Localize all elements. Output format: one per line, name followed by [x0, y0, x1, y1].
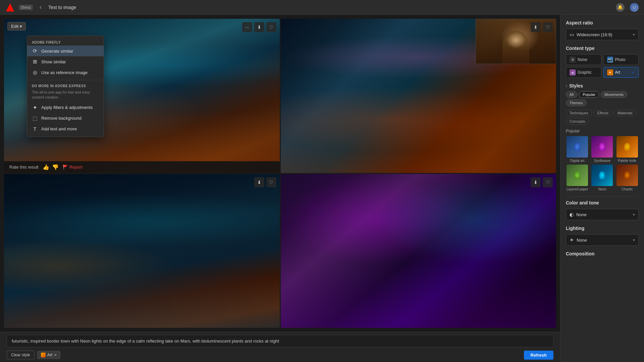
- layered-paper-label: Layered paper: [567, 187, 588, 191]
- report-button[interactable]: 🚩 Report: [63, 165, 83, 170]
- context-remove-background[interactable]: ⬚ Remove background: [27, 113, 104, 124]
- color-tone-dropdown[interactable]: ◐ None ▾: [566, 209, 639, 220]
- add-text-icon: T: [32, 126, 38, 132]
- style-tab-popular[interactable]: Popular: [579, 91, 599, 98]
- download-button[interactable]: ⬇: [254, 22, 264, 32]
- lighting-icon: ☀: [570, 237, 574, 243]
- context-generate-similar[interactable]: ⟳ Generate similar: [27, 46, 104, 56]
- thumbs-up-button[interactable]: 👍: [43, 164, 49, 170]
- styles-tabs: All Popular Movements Themes: [566, 91, 639, 106]
- content-type-photo[interactable]: 📷 Photo: [603, 54, 639, 65]
- image-actions-bottom-left: ⬇ ♡: [254, 177, 276, 187]
- topbar-icons: 🔔 U: [616, 3, 639, 12]
- chaotic-thumb: [616, 165, 638, 186]
- style-subtab-concepts[interactable]: Concepts: [566, 118, 589, 125]
- styles-header: › Styles: [566, 83, 639, 88]
- content-type-title: Content type: [566, 46, 639, 51]
- style-subtab-techniques[interactable]: Techniques: [566, 110, 592, 116]
- canvas-area: Edit ▾ ··· ⬇ ♡ Rate this result 👍 👎: [0, 15, 560, 362]
- content-type-graphic[interactable]: ◈ Graphic: [566, 67, 601, 78]
- user-avatar[interactable]: U: [630, 3, 639, 12]
- art-icon: ✦: [607, 69, 613, 75]
- adobe-logo: [5, 3, 15, 12]
- refresh-button[interactable]: Refresh: [524, 351, 553, 360]
- aspect-ratio-chevron: ▾: [633, 33, 635, 37]
- favorite-button-br[interactable]: ♡: [543, 177, 553, 187]
- context-express-label: DO MORE IN ADOBE EXPRESS: [27, 82, 104, 89]
- art-selected-check: ✓: [632, 70, 635, 75]
- palette-knife-thumb: [616, 136, 638, 158]
- favorite-button[interactable]: ♡: [266, 22, 276, 32]
- style-subtab-effects[interactable]: Effects: [594, 110, 612, 116]
- chaotic-label: Chaotic: [622, 187, 633, 191]
- style-subtab-materials[interactable]: Materials: [614, 110, 636, 116]
- download-button-tr[interactable]: ⬇: [531, 22, 541, 32]
- thumbs-down-button[interactable]: 👎: [52, 164, 59, 170]
- content-type-art[interactable]: ✦ Art ✓: [603, 67, 639, 78]
- digital-art-label: Digital art: [570, 159, 584, 163]
- style-item-palette-knife[interactable]: Palette knife: [616, 136, 639, 163]
- image-cell-top-right[interactable]: ⬇ ♡: [281, 19, 556, 173]
- more-options-button[interactable]: ···: [242, 22, 252, 32]
- download-button-br[interactable]: ⬇: [531, 177, 541, 187]
- notifications-icon[interactable]: 🔔: [616, 3, 625, 12]
- context-adobe-firefly-label: ADOBE FIREFLY: [27, 39, 104, 46]
- style-tab-themes[interactable]: Themes: [566, 100, 587, 106]
- prompt-actions: Clear style Art × Refresh: [7, 351, 553, 360]
- download-button-bl[interactable]: ⬇: [254, 177, 264, 187]
- synthwave-label: Synthwave: [594, 159, 610, 163]
- remove-art-tag-button[interactable]: ×: [54, 353, 57, 357]
- remove-bg-icon: ⬚: [32, 115, 38, 121]
- content-type-none[interactable]: ✕ None: [566, 54, 601, 65]
- image-actions-top-left: ··· ⬇ ♡: [242, 22, 276, 32]
- context-show-similar[interactable]: ⊞ Show similar: [27, 56, 104, 67]
- color-tone-title: Color and tone: [566, 200, 639, 205]
- beta-label: (Beta): [19, 5, 33, 10]
- digital-art-thumb: [567, 136, 588, 158]
- filters-icon: ✦: [32, 105, 38, 111]
- favorite-button-bl[interactable]: ♡: [266, 177, 276, 187]
- prompt-input[interactable]: [7, 335, 553, 347]
- favorite-button-tr[interactable]: ♡: [543, 22, 553, 32]
- style-tab-movements[interactable]: Movements: [601, 91, 627, 98]
- context-apply-filters[interactable]: ✦ Apply filters & adjustments: [27, 102, 104, 113]
- neon-label: Neon: [598, 187, 606, 191]
- image-cell-bottom-right[interactable]: ⬇ ♡: [281, 174, 556, 328]
- lighting-dropdown[interactable]: ☀ None ▾: [566, 234, 639, 246]
- style-tab-all[interactable]: All: [566, 91, 577, 98]
- context-add-text[interactable]: T Add text and more: [27, 124, 104, 134]
- style-grid-row1: Digital art Synthwave: [566, 136, 639, 163]
- style-item-chaotic[interactable]: Chaotic: [616, 165, 639, 191]
- graphic-icon: ◈: [570, 69, 576, 75]
- style-item-layered-paper[interactable]: Layered paper: [566, 165, 589, 191]
- image-cell-bottom-left[interactable]: ⬇ ♡: [4, 174, 280, 328]
- context-divider: [27, 80, 104, 80]
- styles-chevron-icon: ›: [566, 83, 567, 88]
- topbar: (Beta) ‹ Text to image 🔔 U: [0, 0, 644, 15]
- synthwave-thumb: [591, 136, 613, 158]
- popular-label: Popular: [566, 129, 639, 133]
- rate-label: Rate this result: [9, 165, 39, 170]
- right-sidebar: Aspect ratio ▭ Widescreen (16:9) ▾ Conte…: [560, 15, 644, 362]
- style-item-synthwave[interactable]: Synthwave: [591, 136, 613, 163]
- prompt-bar: Clear style Art × Refresh: [0, 332, 560, 362]
- style-item-neon[interactable]: Neon: [591, 165, 613, 191]
- image-cell-top-left[interactable]: Edit ▾ ··· ⬇ ♡ Rate this result 👍 👎: [4, 19, 280, 173]
- color-tone-chevron: ▾: [633, 213, 635, 217]
- back-button[interactable]: ‹: [37, 2, 44, 12]
- composition-title: Composition: [566, 251, 639, 256]
- context-use-reference[interactable]: ◎ Use as reference image: [27, 67, 104, 78]
- image-actions-bottom-right: ⬇ ♡: [531, 177, 553, 187]
- clear-style-button[interactable]: Clear style: [7, 351, 35, 359]
- aspect-ratio-title: Aspect ratio: [566, 20, 639, 25]
- lighting-chevron: ▾: [633, 238, 635, 242]
- neon-thumb: [591, 165, 613, 186]
- style-item-digital-art[interactable]: Digital art: [566, 136, 589, 163]
- edit-button[interactable]: Edit ▾: [7, 22, 26, 31]
- main-layout: Edit ▾ ··· ⬇ ♡ Rate this result 👍 👎: [0, 15, 644, 362]
- styles-section: › Styles All Popular Movements Themes Te…: [566, 83, 639, 191]
- image-grid: Edit ▾ ··· ⬇ ♡ Rate this result 👍 👎: [0, 15, 560, 332]
- color-tone-value: None: [576, 212, 630, 217]
- aspect-ratio-dropdown[interactable]: ▭ Widescreen (16:9) ▾: [566, 29, 639, 40]
- styles-title: Styles: [569, 83, 583, 88]
